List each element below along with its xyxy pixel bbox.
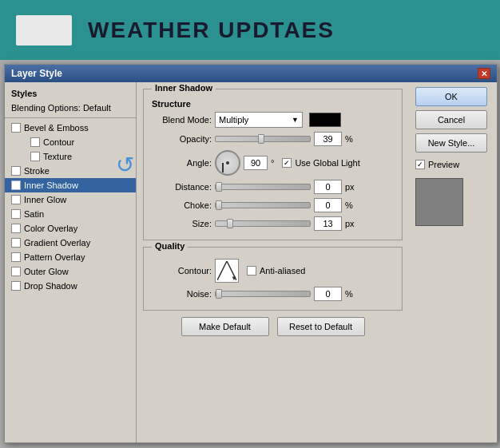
- drop-shadow-checkbox[interactable]: [11, 281, 21, 291]
- anti-aliased-label: Anti-aliased: [260, 266, 305, 276]
- satin-label: Satin: [24, 209, 44, 219]
- sidebar-item-bevel[interactable]: Bevel & Emboss: [5, 121, 136, 135]
- global-light-checkbox[interactable]: ✓: [282, 158, 292, 168]
- structure-sublabel: Structure: [152, 99, 394, 109]
- angle-label: Angle:: [152, 158, 212, 168]
- opacity-slider[interactable]: [215, 136, 311, 142]
- noise-unit: %: [345, 289, 361, 299]
- texture-label: Texture: [43, 152, 72, 161]
- ok-button[interactable]: OK: [415, 87, 487, 106]
- inner-glow-label: Inner Glow: [24, 195, 66, 204]
- choke-label: Choke:: [152, 200, 212, 210]
- outer-glow-label: Outer Glow: [24, 267, 69, 276]
- gradient-overlay-checkbox[interactable]: [11, 238, 21, 248]
- sidebar-item-color-overlay[interactable]: Color Overlay: [5, 221, 136, 236]
- preview-checkbox[interactable]: ✓: [415, 160, 425, 169]
- noise-row: Noise: %: [152, 287, 394, 301]
- bottom-buttons: Make Default Reset to Default: [143, 317, 403, 336]
- drop-shadow-label: Drop Shadow: [24, 281, 77, 291]
- angle-dial[interactable]: [215, 150, 240, 176]
- sidebar-item-drop-shadow[interactable]: Drop Shadow: [5, 279, 136, 293]
- reset-to-default-button[interactable]: Reset to Default: [277, 317, 365, 336]
- preview-banner: WEATHER UPDTAES: [0, 0, 500, 60]
- pattern-overlay-checkbox[interactable]: [11, 252, 21, 262]
- global-light-label: Use Global Light: [295, 158, 359, 168]
- noise-input[interactable]: [314, 287, 342, 301]
- contour-preview[interactable]: ▼: [215, 259, 239, 283]
- choke-slider[interactable]: [215, 202, 311, 208]
- gradient-overlay-label: Gradient Overlay: [24, 238, 90, 248]
- dialog-title: Layer Style: [11, 68, 62, 79]
- main-content: Inner Shadow Structure Blend Mode: Multi…: [137, 82, 409, 442]
- distance-slider[interactable]: [215, 184, 311, 190]
- inner-shadow-checkbox[interactable]: ✓: [11, 180, 21, 190]
- preview-label: Preview: [428, 160, 459, 169]
- color-overlay-label: Color Overlay: [24, 224, 77, 233]
- cancel-button[interactable]: Cancel: [415, 110, 487, 129]
- outer-glow-checkbox[interactable]: [11, 267, 21, 276]
- make-default-button[interactable]: Make Default: [181, 317, 269, 336]
- size-input[interactable]: [314, 216, 342, 231]
- arrow-indicator: ↺: [116, 152, 134, 178]
- preview-swatch: [415, 178, 463, 226]
- bevel-checkbox[interactable]: [11, 123, 21, 133]
- right-panel: OK Cancel New Style... ✓ Preview: [409, 82, 497, 442]
- inner-shadow-section: Inner Shadow Structure Blend Mode: Multi…: [143, 89, 403, 240]
- sidebar-item-pattern-overlay[interactable]: Pattern Overlay: [5, 250, 136, 264]
- satin-checkbox[interactable]: [11, 209, 21, 219]
- opacity-unit: %: [345, 134, 361, 144]
- opacity-row: Opacity: %: [152, 132, 394, 146]
- noise-label: Noise:: [152, 289, 212, 299]
- close-button[interactable]: ✕: [478, 68, 490, 79]
- sidebar-item-satin[interactable]: Satin: [5, 207, 136, 221]
- contour-label: Contour:: [152, 266, 212, 276]
- distance-input[interactable]: [314, 180, 342, 194]
- quality-section-label: Quality: [152, 241, 188, 251]
- angle-input[interactable]: [244, 156, 268, 170]
- anti-aliased-checkbox[interactable]: [247, 266, 256, 276]
- blend-mode-value: Multiply: [219, 115, 248, 125]
- choke-input[interactable]: [314, 198, 342, 212]
- stroke-checkbox[interactable]: [11, 166, 21, 176]
- banner-title: WEATHER UPDTAES: [88, 18, 335, 43]
- sidebar-item-outer-glow[interactable]: Outer Glow: [5, 264, 136, 279]
- color-swatch[interactable]: [309, 113, 341, 127]
- layer-style-dialog: Layer Style ✕ Styles Blending Options: D…: [4, 64, 498, 443]
- blend-mode-dropdown[interactable]: Multiply ▼: [215, 112, 303, 128]
- opacity-thumb[interactable]: [258, 134, 264, 144]
- noise-thumb[interactable]: [216, 289, 222, 299]
- texture-checkbox[interactable]: [30, 152, 40, 161]
- preview-rect: [16, 15, 72, 46]
- quality-section: Quality Contour: ▼ Anti-aliased: [143, 247, 403, 311]
- sidebar-item-blending[interactable]: Blending Options: Default: [5, 101, 136, 115]
- sidebar-item-inner-shadow[interactable]: ✓ Inner Shadow: [5, 178, 136, 192]
- anti-aliased-row: Anti-aliased: [247, 266, 305, 276]
- noise-slider[interactable]: [215, 291, 311, 297]
- color-overlay-checkbox[interactable]: [11, 224, 21, 233]
- contour-checkbox[interactable]: [30, 137, 40, 147]
- new-style-button[interactable]: New Style...: [415, 133, 487, 153]
- size-row: Size: px: [152, 216, 394, 231]
- inner-glow-checkbox[interactable]: [11, 195, 21, 204]
- dial-dot: [226, 161, 229, 165]
- distance-row: Distance: px: [152, 180, 394, 194]
- size-slider[interactable]: [215, 220, 311, 227]
- distance-label: Distance:: [152, 182, 212, 192]
- distance-thumb[interactable]: [216, 182, 222, 192]
- size-label: Size:: [152, 219, 212, 228]
- choke-thumb[interactable]: [216, 200, 222, 210]
- sidebar-item-gradient-overlay[interactable]: Gradient Overlay: [5, 236, 136, 250]
- contour-label: Contour: [43, 137, 74, 147]
- sidebar-header: Styles: [5, 86, 136, 101]
- dialog-titlebar: Layer Style ✕: [5, 65, 497, 82]
- sidebar-item-contour[interactable]: Contour: [5, 135, 136, 149]
- inner-shadow-label: Inner Shadow: [24, 180, 78, 190]
- blend-mode-row: Blend Mode: Multiply ▼: [152, 112, 394, 128]
- sidebar-item-inner-glow[interactable]: Inner Glow: [5, 192, 136, 207]
- distance-unit: px: [345, 182, 361, 192]
- size-thumb[interactable]: [227, 219, 233, 228]
- size-unit: px: [345, 219, 361, 228]
- blending-label: Blending Options: Default: [11, 103, 111, 113]
- opacity-input[interactable]: [314, 132, 342, 146]
- global-light-row: ✓ Use Global Light: [282, 158, 359, 168]
